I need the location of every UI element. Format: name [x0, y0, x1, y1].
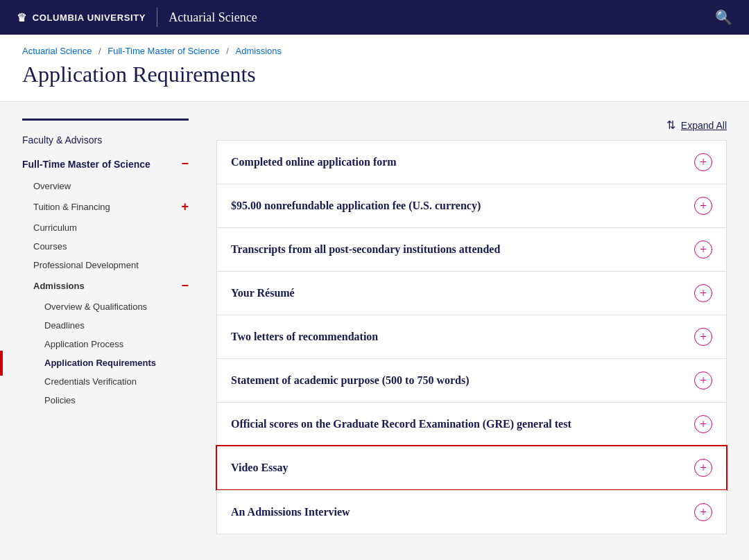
sidebar-label-courses: Courses [33, 241, 67, 252]
sidebar-subitem-policies[interactable]: Policies [22, 391, 189, 410]
sidebar: Faculty & Advisors Full-Time Master of S… [22, 119, 189, 534]
program-name: Actuarial Science [169, 10, 257, 25]
accordion-item-6[interactable]: Official scores on the Graduate Record E… [216, 402, 727, 446]
sidebar-subitem-overview-quals[interactable]: Overview & Qualifications [22, 297, 189, 316]
crown-icon: ♛ [17, 11, 27, 24]
sidebar-label-credentials: Credentials Verification [44, 376, 137, 387]
accordion-label-4: Two letters of recommendation [231, 331, 378, 343]
site-header: ♛ Columbia University Actuarial Science … [0, 0, 749, 35]
accordion-container: Completed online application form+$95.00… [216, 140, 727, 534]
sidebar-label-overview-quals: Overview & Qualifications [44, 301, 147, 312]
page-title: Application Requirements [22, 62, 727, 87]
accordion-item-5[interactable]: Statement of academic purpose (500 to 75… [216, 358, 727, 402]
university-name: Columbia University [33, 12, 146, 23]
accordion-item-7[interactable]: Video Essay+ [216, 445, 728, 491]
sidebar-subitem-professional-dev[interactable]: Professional Development [22, 256, 189, 274]
breadcrumb-sep2: / [226, 46, 231, 56]
breadcrumb-actuarial[interactable]: Actuarial Science [22, 46, 92, 56]
accordion-expand-icon-5[interactable]: + [694, 371, 712, 390]
sidebar-subitem-courses[interactable]: Courses [22, 237, 189, 256]
breadcrumb-area: Actuarial Science / Full-Time Master of … [0, 35, 749, 102]
accordion-item-0[interactable]: Completed online application form+ [216, 140, 727, 184]
sidebar-label-deadlines: Deadlines [44, 320, 85, 331]
accordion-expand-icon-1[interactable]: + [694, 197, 712, 215]
accordion-label-8: An Admissions Interview [231, 506, 350, 518]
accordion-expand-icon-7[interactable]: + [694, 459, 712, 477]
sidebar-label-admissions: Admissions [33, 281, 85, 291]
accordion-item-8[interactable]: An Admissions Interview+ [216, 490, 727, 534]
accordion-label-6: Official scores on the Graduate Record E… [231, 418, 571, 430]
expand-all-icon: ⇅ [666, 119, 675, 132]
sidebar-subitem-application-process[interactable]: Application Process [22, 335, 189, 353]
accordion-item-1[interactable]: $95.00 nonrefundable application fee (U.… [216, 184, 727, 227]
accordion-label-5: Statement of academic purpose (500 to 75… [231, 374, 470, 387]
sidebar-label-app-requirements: Application Requirements [44, 358, 156, 368]
main-layout: Faculty & Advisors Full-Time Master of S… [0, 102, 749, 551]
active-indicator [0, 351, 3, 376]
breadcrumb: Actuarial Science / Full-Time Master of … [22, 46, 727, 56]
sidebar-item-faculty[interactable]: Faculty & Advisors [22, 129, 189, 151]
sidebar-label-professional-dev: Professional Development [33, 260, 139, 270]
accordion-label-3: Your Résumé [231, 287, 295, 299]
sidebar-subitem-tuition[interactable]: Tuition & Financing + [22, 195, 189, 218]
sidebar-subitem-overview[interactable]: Overview [22, 177, 189, 195]
sidebar-subitem-curriculum[interactable]: Curriculum [22, 218, 189, 237]
breadcrumb-admissions[interactable]: Admissions [236, 46, 282, 56]
accordion-item-4[interactable]: Two letters of recommendation+ [216, 315, 727, 358]
sidebar-item-admissions[interactable]: Admissions − [22, 274, 189, 297]
accordion-expand-icon-6[interactable]: + [694, 415, 712, 433]
breadcrumb-sep1: / [98, 46, 103, 56]
expand-all-row: ⇅ Expand All [216, 119, 727, 132]
search-icon[interactable]: 🔍 [715, 9, 732, 26]
accordion-expand-icon-8[interactable]: + [694, 503, 712, 521]
header-divider [157, 8, 157, 27]
sidebar-section-masters: Full-Time Master of Science − Overview T… [22, 151, 189, 410]
content-area: ⇅ Expand All Completed online applicatio… [216, 119, 727, 534]
sidebar-label-policies: Policies [44, 395, 76, 405]
sidebar-label-faculty: Faculty & Advisors [22, 134, 102, 146]
accordion-expand-icon-0[interactable]: + [694, 153, 712, 171]
header-left: ♛ Columbia University Actuarial Science [17, 8, 257, 27]
sidebar-item-masters[interactable]: Full-Time Master of Science − [22, 151, 189, 177]
sidebar-subitem-credentials[interactable]: Credentials Verification [22, 372, 189, 391]
sidebar-label-tuition: Tuition & Financing [33, 202, 110, 212]
accordion-label-2: Transcripts from all post-secondary inst… [231, 243, 500, 256]
sidebar-subitem-app-requirements[interactable]: Application Requirements [22, 353, 189, 372]
accordion-label-7: Video Essay [231, 462, 289, 474]
university-logo: ♛ Columbia University [17, 11, 146, 24]
accordion-item-2[interactable]: Transcripts from all post-secondary inst… [216, 227, 727, 271]
sidebar-label-application-process: Application Process [44, 339, 123, 349]
sidebar-label-masters: Full-Time Master of Science [22, 159, 150, 170]
accordion-expand-icon-3[interactable]: + [694, 284, 712, 302]
expand-all-button[interactable]: Expand All [681, 120, 727, 131]
breadcrumb-masters[interactable]: Full-Time Master of Science [107, 46, 219, 56]
accordion-expand-icon-4[interactable]: + [694, 328, 712, 346]
sidebar-label-curriculum: Curriculum [33, 222, 77, 233]
sidebar-section-admissions: Admissions − Overview & Qualifications D… [22, 274, 189, 410]
minus-icon-masters: − [181, 157, 189, 171]
accordion-label-0: Completed online application form [231, 156, 397, 168]
accordion-expand-icon-2[interactable]: + [694, 240, 712, 259]
minus-icon-admissions: − [181, 279, 189, 293]
sidebar-subitem-deadlines[interactable]: Deadlines [22, 316, 189, 335]
sidebar-label-overview: Overview [33, 181, 71, 191]
accordion-item-3[interactable]: Your Résumé+ [216, 271, 727, 315]
accordion-label-1: $95.00 nonrefundable application fee (U.… [231, 200, 481, 212]
plus-icon-tuition: + [181, 200, 189, 214]
